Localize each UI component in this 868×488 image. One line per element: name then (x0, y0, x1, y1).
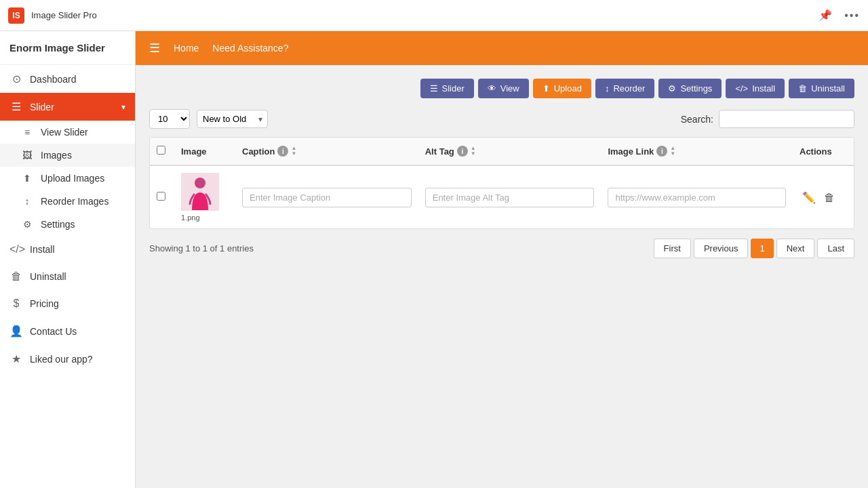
sidebar-item-settings[interactable]: ⚙ Settings (0, 213, 135, 236)
app-body: Enorm Image Slider ⊙ Dashboard ☰ Slider … (0, 31, 868, 488)
last-button[interactable]: Last (817, 239, 854, 258)
sidebar-item-upload-images[interactable]: ⬆ Upload Images (0, 167, 135, 190)
select-all-checkbox[interactable] (157, 146, 165, 155)
pricing-icon: $ (9, 298, 23, 310)
reorder-button[interactable]: ↕ Reorder (595, 79, 654, 98)
view-button[interactable]: 👁 View (478, 79, 529, 98)
alttag-input[interactable] (425, 188, 595, 207)
sidebar-label-slider: Slider (30, 102, 54, 113)
sidebar-item-slider[interactable]: ☰ Slider ▾ (0, 93, 135, 121)
table-header-row: Image Caption i ▲▼ (150, 138, 854, 165)
upload-button[interactable]: ⬆ Upload (533, 79, 591, 98)
imagelink-input[interactable] (608, 188, 786, 207)
upload-images-icon: ⬆ (20, 173, 34, 184)
th-imagelink-sortable: Image Link i ▲▼ (608, 146, 786, 157)
row-checkbox-cell (150, 165, 174, 228)
th-caption-sortable: Caption i ▲▼ (242, 146, 412, 157)
chevron-down-icon: ▾ (121, 102, 125, 112)
imagelink-info-icon[interactable]: i (656, 146, 667, 157)
th-imagelink-label: Image Link (608, 146, 654, 157)
image-thumbnail (181, 173, 219, 211)
toolbar: ☰ Slider 👁 View ⬆ Upload ↕ Reorder ⚙ (149, 79, 854, 98)
table-controls: 10 25 50 100 New to Old Old to New Searc… (149, 109, 854, 129)
caption-info-icon[interactable]: i (277, 146, 288, 157)
sidebar-item-uninstall[interactable]: 🗑 Uninstall (0, 263, 135, 290)
row-caption-cell (235, 165, 418, 228)
first-button[interactable]: First (654, 239, 691, 258)
row-alttag-cell (418, 165, 601, 228)
sidebar-label-install: Install (30, 244, 55, 255)
sidebar-item-contact-us[interactable]: 👤 Contact Us (0, 317, 135, 345)
alttag-info-icon[interactable]: i (457, 146, 468, 157)
page-1-button[interactable]: 1 (751, 239, 773, 258)
more-icon[interactable]: ••• (844, 9, 860, 22)
sidebar-item-dashboard[interactable]: ⊙ Dashboard (0, 65, 135, 93)
sidebar-item-install[interactable]: </> Install (0, 236, 135, 263)
previous-button[interactable]: Previous (694, 239, 749, 258)
app-title: Image Slider Pro (31, 10, 97, 20)
pagination-row: Showing 1 to 1 of 1 entries First Previo… (149, 239, 854, 258)
sort-select[interactable]: New to Old Old to New (197, 110, 268, 128)
pin-icon[interactable]: 📌 (818, 9, 832, 22)
row-actions-cell: ✏️ 🗑 (793, 165, 854, 228)
per-page-select[interactable]: 10 25 50 100 (149, 109, 190, 129)
slider-button[interactable]: ☰ Slider (420, 79, 474, 98)
showing-text: Showing 1 to 1 of 1 entries (149, 243, 254, 253)
caption-input[interactable] (242, 188, 412, 207)
delete-button[interactable]: 🗑 (821, 189, 837, 207)
svg-point-1 (195, 178, 205, 188)
caption-sort-arrows[interactable]: ▲▼ (291, 146, 296, 157)
sidebar-item-view-slider[interactable]: ≡ View Slider (0, 121, 135, 144)
hamburger-icon[interactable]: ☰ (149, 41, 160, 56)
main-header: ☰ Home Need Assistance? (136, 31, 868, 65)
main-area: ☰ Home Need Assistance? ☰ Slider 👁 View … (136, 31, 868, 488)
settings-button[interactable]: ⚙ Settings (658, 79, 722, 98)
sidebar-label-settings: Settings (41, 219, 75, 230)
sidebar-label-contact-us: Contact Us (30, 326, 77, 337)
th-checkbox (150, 138, 174, 165)
dashboard-icon: ⊙ (9, 73, 23, 85)
nav-home[interactable]: Home (174, 43, 199, 54)
install-button[interactable]: </> Install (726, 79, 785, 98)
sidebar-item-images[interactable]: 🖼 Images (0, 144, 135, 167)
settings-btn-label: Settings (680, 83, 712, 94)
th-alttag-sortable: Alt Tag i ▲▼ (425, 146, 595, 157)
sidebar-label-upload-images: Upload Images (41, 173, 104, 184)
th-actions: Actions (793, 138, 854, 165)
main-content: ☰ Slider 👁 View ⬆ Upload ↕ Reorder ⚙ (136, 65, 868, 488)
star-icon: ★ (9, 352, 23, 365)
search-area: Search: (681, 110, 854, 128)
thumbnail-svg (182, 174, 218, 210)
uninstall-button[interactable]: 🗑 Uninstall (789, 79, 854, 98)
sidebar-item-reorder-images[interactable]: ↕ Reorder Images (0, 190, 135, 213)
sidebar-label-uninstall: Uninstall (30, 271, 66, 282)
sidebar-label-view-slider: View Slider (41, 127, 88, 138)
slider-btn-icon: ☰ (430, 83, 438, 94)
uninstall-icon: 🗑 (9, 270, 23, 283)
uninstall-btn-label: Uninstall (811, 83, 845, 94)
search-label: Search: (681, 114, 713, 125)
table-row: 1.png (150, 165, 854, 228)
nav-assistance[interactable]: Need Assistance? (212, 43, 288, 54)
install-btn-label: Install (752, 83, 775, 94)
top-bar: IS Image Slider Pro 📌 ••• (0, 0, 868, 31)
slider-icon: ☰ (9, 100, 23, 113)
search-input[interactable] (719, 110, 854, 128)
upload-btn-label: Upload (554, 83, 582, 94)
th-actions-label: Actions (800, 146, 832, 157)
uninstall-btn-icon: 🗑 (798, 83, 807, 94)
row-checkbox[interactable] (157, 192, 165, 201)
sidebar-label-images: Images (41, 150, 72, 161)
th-caption-label: Caption (242, 146, 275, 157)
reorder-images-icon: ↕ (20, 196, 34, 207)
alttag-sort-arrows[interactable]: ▲▼ (471, 146, 476, 157)
edit-button[interactable]: ✏️ (800, 188, 818, 207)
sidebar-item-pricing[interactable]: $ Pricing (0, 290, 135, 317)
view-btn-label: View (500, 83, 519, 94)
imagelink-sort-arrows[interactable]: ▲▼ (670, 146, 675, 157)
sidebar-item-liked-app[interactable]: ★ Liked our app? (0, 345, 135, 373)
sidebar-label-liked-app: Liked our app? (30, 354, 93, 365)
images-icon: 🖼 (20, 150, 34, 161)
next-button[interactable]: Next (776, 239, 815, 258)
upload-btn-icon: ⬆ (542, 83, 550, 94)
